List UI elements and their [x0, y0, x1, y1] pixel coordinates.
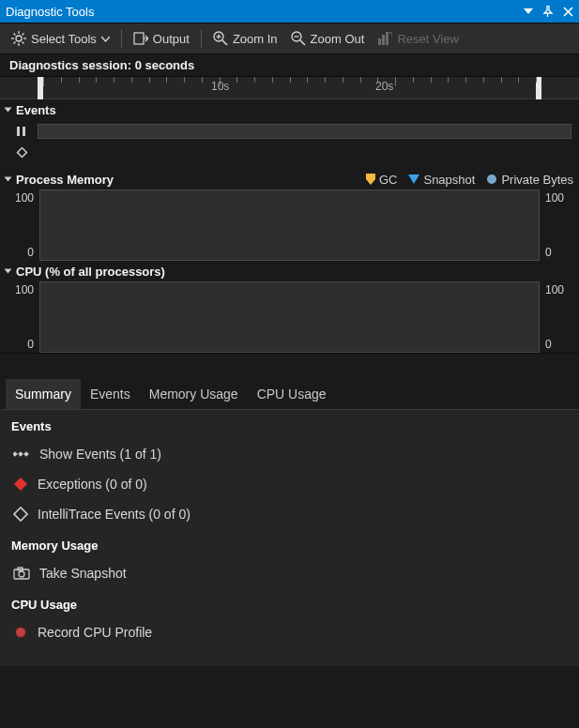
circle-icon — [486, 174, 497, 185]
summary-panel: Events Show Events (1 of 1) Exceptions (… — [0, 410, 579, 666]
session-label: Diagnostics session: 0 seconds — [0, 54, 579, 77]
pin-icon[interactable] — [542, 6, 554, 17]
memory-title: Process Memory — [16, 173, 114, 187]
reset-view-icon — [377, 31, 392, 46]
record-icon — [13, 625, 28, 640]
svg-rect-24 — [13, 451, 18, 457]
dropdown-icon[interactable] — [524, 7, 533, 16]
memory-section-header[interactable]: Process Memory GC Snapshot Private Bytes — [0, 169, 579, 190]
zoom-out-button[interactable]: Zoom Out — [285, 27, 371, 50]
legend-gc: GC — [366, 173, 398, 187]
svg-point-31 — [19, 571, 24, 577]
svg-line-7 — [23, 34, 24, 36]
svg-point-0 — [16, 36, 22, 41]
tab-cpu[interactable]: CPU Usage — [248, 379, 336, 409]
zoom-in-label: Zoom In — [233, 32, 278, 46]
output-button[interactable]: Output — [128, 27, 195, 50]
exceptions-link[interactable]: Exceptions (0 of 0) — [0, 469, 579, 499]
show-events-link[interactable]: Show Events (1 of 1) — [0, 439, 579, 469]
take-snapshot-button[interactable]: Take Snapshot — [0, 558, 579, 588]
svg-line-11 — [222, 40, 227, 45]
summary-memory-header: Memory Usage — [0, 529, 579, 558]
events-lane-intellitrace — [13, 143, 571, 161]
svg-line-15 — [300, 40, 305, 45]
events-section-header[interactable]: Events — [0, 99, 579, 120]
detail-tabs: Summary Events Memory Usage CPU Usage — [0, 379, 579, 410]
zoom-in-button[interactable]: Zoom In — [207, 27, 283, 50]
collapse-icon — [5, 269, 12, 274]
collapse-icon — [5, 108, 12, 113]
svg-rect-28 — [14, 508, 27, 521]
panel-gap — [0, 353, 579, 379]
zoom-out-label: Zoom Out — [311, 32, 365, 46]
toolbar: Select Tools Output Zoom In Zoom Out Res… — [0, 23, 579, 54]
diamond-outline-icon — [13, 507, 28, 522]
collapse-icon — [5, 177, 12, 182]
axis-left: 1000 — [8, 281, 39, 353]
svg-rect-25 — [18, 451, 23, 457]
lane-body[interactable] — [38, 144, 571, 159]
cpu-chart: 1000 1000 — [0, 281, 579, 353]
exception-icon — [13, 477, 28, 492]
events-lanes — [0, 120, 579, 169]
select-tools-button[interactable]: Select Tools — [6, 27, 115, 50]
chevron-down-icon — [101, 35, 110, 43]
svg-rect-9 — [134, 33, 144, 44]
window-title: Diagnostic Tools — [6, 5, 524, 19]
svg-rect-22 — [18, 148, 27, 158]
events-lane-break — [13, 122, 571, 141]
svg-rect-21 — [23, 127, 25, 136]
zoom-out-icon — [291, 31, 306, 46]
svg-line-8 — [14, 42, 16, 44]
svg-rect-19 — [386, 32, 389, 45]
separator — [201, 29, 202, 48]
legend-snapshot: Snapshot — [408, 173, 475, 187]
summary-events-header: Events — [0, 410, 579, 439]
snapshot-icon — [408, 174, 419, 184]
svg-line-5 — [14, 34, 16, 36]
camera-icon — [13, 567, 30, 580]
svg-rect-27 — [14, 478, 27, 491]
diamond-icon — [13, 145, 30, 159]
reset-view-label: Reset View — [397, 32, 459, 46]
memory-chart-area[interactable] — [39, 190, 540, 261]
lane-body[interactable] — [38, 124, 571, 139]
axis-left: 1000 — [8, 190, 39, 261]
legend-private-bytes: Private Bytes — [486, 173, 573, 187]
memory-legend: GC Snapshot Private Bytes — [366, 173, 573, 187]
cpu-title: CPU (% of all processors) — [16, 265, 165, 279]
record-cpu-button[interactable]: Record CPU Profile — [0, 617, 579, 647]
separator — [121, 29, 122, 48]
summary-cpu-header: CPU Usage — [0, 588, 579, 617]
timeline-ruler[interactable]: 10s20s — [0, 77, 579, 99]
svg-point-23 — [487, 174, 496, 184]
zoom-in-icon — [213, 31, 228, 46]
output-label: Output — [153, 32, 190, 46]
title-bar: Diagnostic Tools — [0, 0, 579, 23]
tab-events[interactable]: Events — [81, 379, 140, 409]
svg-line-6 — [23, 42, 24, 44]
ruler-tick-label: 10s — [211, 80, 229, 93]
window-controls — [524, 6, 573, 17]
output-icon — [133, 31, 148, 46]
tab-memory[interactable]: Memory Usage — [140, 379, 248, 409]
cpu-chart-area[interactable] — [39, 281, 540, 353]
reset-view-button[interactable]: Reset View — [372, 27, 465, 50]
close-icon[interactable] — [563, 7, 573, 17]
svg-rect-18 — [382, 35, 385, 45]
tab-summary[interactable]: Summary — [6, 379, 81, 409]
break-icon — [13, 125, 30, 138]
events-title: Events — [16, 103, 56, 117]
gc-icon — [366, 174, 375, 185]
ruler-tick-label: 20s — [375, 80, 393, 93]
svg-rect-17 — [378, 38, 381, 45]
gear-icon — [11, 31, 26, 46]
memory-chart: 1000 1000 — [0, 190, 579, 261]
axis-right: 1000 — [540, 281, 571, 353]
svg-rect-26 — [23, 451, 29, 457]
intellitrace-link[interactable]: IntelliTrace Events (0 of 0) — [0, 499, 579, 529]
svg-rect-20 — [17, 127, 20, 136]
events-icon — [13, 447, 30, 461]
select-tools-label: Select Tools — [31, 32, 97, 46]
cpu-section-header[interactable]: CPU (% of all processors) — [0, 261, 579, 281]
